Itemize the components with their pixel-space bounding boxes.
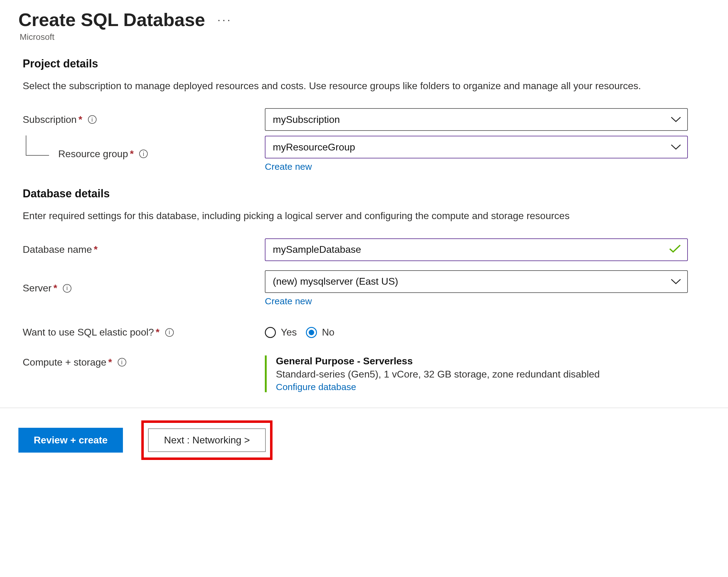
required-mark: * xyxy=(108,357,112,368)
section-title-database: Database details xyxy=(23,187,710,200)
highlight-annotation: Next : Networking > xyxy=(141,420,272,460)
database-name-input[interactable]: mySampleDatabase xyxy=(265,238,688,261)
info-icon[interactable]: i xyxy=(63,284,72,293)
review-create-button[interactable]: Review + create xyxy=(18,428,123,453)
more-icon[interactable]: ··· xyxy=(217,15,232,25)
radio-circle-icon xyxy=(265,327,276,338)
label-database-name-text: Database name xyxy=(23,244,92,255)
footer-bar: Review + create Next : Networking > xyxy=(0,408,728,472)
label-subscription-text: Subscription xyxy=(23,114,77,125)
server-value: (new) mysqlserver (East US) xyxy=(273,276,398,287)
info-icon[interactable]: i xyxy=(139,150,148,158)
info-icon[interactable]: i xyxy=(165,328,174,337)
check-icon xyxy=(669,244,681,256)
elastic-pool-no-radio[interactable]: No xyxy=(306,326,334,338)
section-desc-project: Select the subscription to manage deploy… xyxy=(23,79,667,93)
label-compute-storage: Compute + storage * i xyxy=(23,356,265,368)
database-name-value: mySampleDatabase xyxy=(273,244,361,255)
label-database-name: Database name * xyxy=(23,244,265,255)
label-server-text: Server xyxy=(23,283,52,294)
info-icon[interactable]: i xyxy=(118,358,126,366)
compute-tier-detail: Standard-series (Gen5), 1 vCore, 32 GB s… xyxy=(276,369,688,380)
label-resource-group: Resource group * i xyxy=(23,141,265,166)
required-mark: * xyxy=(156,326,159,338)
next-networking-button[interactable]: Next : Networking > xyxy=(148,428,266,452)
tree-branch-icon xyxy=(23,141,49,166)
section-title-project: Project details xyxy=(23,57,710,70)
label-resource-group-text: Resource group xyxy=(58,148,128,160)
required-mark: * xyxy=(53,283,57,294)
label-elastic-pool-text: Want to use SQL elastic pool? xyxy=(23,326,154,338)
compute-storage-summary: General Purpose - Serverless Standard-se… xyxy=(265,356,688,392)
required-mark: * xyxy=(78,114,82,125)
label-subscription: Subscription * i xyxy=(23,114,265,125)
create-new-resource-group-link[interactable]: Create new xyxy=(265,161,312,172)
label-compute-storage-text: Compute + storage xyxy=(23,357,106,368)
label-elastic-pool: Want to use SQL elastic pool? * i xyxy=(23,326,265,338)
server-select[interactable]: (new) mysqlserver (East US) xyxy=(265,270,688,293)
resource-group-select[interactable]: myResourceGroup xyxy=(265,136,688,158)
compute-tier-title: General Purpose - Serverless xyxy=(276,356,688,367)
create-new-server-link[interactable]: Create new xyxy=(265,296,312,307)
required-mark: * xyxy=(130,148,134,160)
resource-group-value: myResourceGroup xyxy=(273,141,355,153)
radio-label-yes: Yes xyxy=(281,326,297,338)
page-subtitle: Microsoft xyxy=(20,32,710,42)
configure-database-link[interactable]: Configure database xyxy=(276,382,356,392)
page-title: Create SQL Database xyxy=(18,9,205,30)
radio-circle-icon xyxy=(306,327,317,338)
radio-label-no: No xyxy=(322,326,334,338)
required-mark: * xyxy=(94,244,98,255)
label-server: Server * i xyxy=(23,283,265,294)
subscription-value: mySubscription xyxy=(273,114,340,125)
info-icon[interactable]: i xyxy=(88,115,97,124)
chevron-down-icon xyxy=(671,141,681,153)
subscription-select[interactable]: mySubscription xyxy=(265,108,688,131)
chevron-down-icon xyxy=(671,276,681,287)
elastic-pool-yes-radio[interactable]: Yes xyxy=(265,326,297,338)
elastic-pool-radio-group: Yes No xyxy=(265,326,688,338)
chevron-down-icon xyxy=(671,114,681,125)
section-desc-database: Enter required settings for this databas… xyxy=(23,209,667,223)
